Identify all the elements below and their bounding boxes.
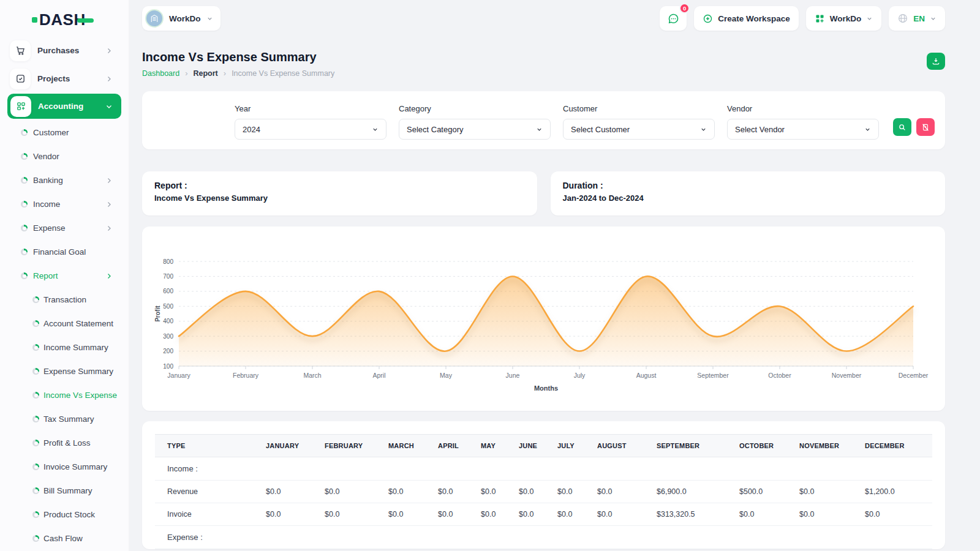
sidebar-item-income-summary[interactable]: Income Summary [0,335,129,359]
select-category[interactable]: Select Category [399,119,551,140]
duration-info-title: Duration : [563,181,933,190]
sidebar-item-expense[interactable]: Expense [0,216,129,240]
sidebar-item-label: Invoice Summary [43,462,107,471]
workspace-switcher[interactable]: WorkDo [142,6,221,31]
sidebar-item-label: Income [33,200,60,209]
breadcrumb-item[interactable]: Report [194,69,218,78]
breadcrumb-separator: › [224,69,226,78]
sidebar-item-income[interactable]: Income [0,192,129,216]
sidebar-item-tax-summary[interactable]: Tax Summary [0,407,129,431]
amount-cell: $0.0 [507,481,545,503]
sidebar-item-report[interactable]: Report [0,264,129,288]
svg-text:Months: Months [534,384,558,392]
sidebar-item-banking[interactable]: Banking [0,168,129,192]
sidebar-item-label: Accounting [38,102,83,111]
sidebar-item-financial-goal[interactable]: Financial Goal [0,240,129,264]
app-logo[interactable]: DASH [32,10,94,29]
amount-cell: $0.0 [507,503,545,526]
sidebar-item-label: Bill Summary [43,486,92,495]
column-header: APRIL [426,435,469,457]
amount-cell: $0.0 [787,481,853,503]
svg-text:January: January [167,372,190,379]
column-header: NOVEMBER [787,435,853,457]
sidebar-item-label: Projects [37,74,70,83]
breadcrumb-item: Income Vs Expense Summary [232,69,334,78]
bullet-icon [32,440,39,446]
bullet-icon [32,392,39,399]
create-workspace-label: Create Workspace [718,14,790,23]
sidebar-item-account-statement[interactable]: Account Statement [0,312,129,335]
profit-area-chart[interactable]: 100200300400500600700800JanuaryFebruaryM… [152,239,935,399]
breadcrumb-item[interactable]: Dashboard [142,69,179,78]
language-selector[interactable]: EN [889,6,945,31]
svg-text:600: 600 [163,288,173,294]
logo-dash-icon [77,18,94,23]
column-header: JANUARY [254,435,312,457]
messages-button[interactable]: 0 [660,6,687,31]
svg-text:November: November [832,372,862,379]
apply-filter-button[interactable] [893,118,911,136]
amount-cell: $0.0 [469,503,507,526]
filter-label-year: Year [235,104,386,113]
reset-filter-button[interactable] [916,118,935,136]
check-square-icon [10,69,31,89]
bullet-icon [21,129,28,136]
sidebar-item-product-stock[interactable]: Product Stock [0,503,129,527]
bullet-icon [21,225,28,231]
select-year[interactable]: 2024 [235,119,386,140]
sidebar-item-income-vs-expense[interactable]: Income Vs Expense [0,383,129,407]
create-workspace-button[interactable]: Create Workspace [694,6,799,31]
bullet-icon [32,344,39,351]
amount-cell: $0.0 [312,503,376,526]
sidebar-item-projects[interactable]: Projects [7,65,121,92]
select-customer[interactable]: Select Customer [563,119,715,140]
chevron-right-icon [105,75,113,83]
column-header: DECEMBER [853,435,932,457]
sidebar-item-purchases[interactable]: Purchases [7,37,121,64]
download-icon [932,57,940,66]
sidebar-item-label: Purchases [37,46,79,55]
chat-icon [667,12,680,25]
section-row: Income : [155,457,932,481]
clipboard-slash-icon [921,123,930,132]
chevron-down-icon [372,126,379,133]
bullet-icon [21,177,28,184]
sidebar-item-label: Transaction [43,295,86,304]
workspace-avatar [145,9,164,28]
chevron-right-icon [105,47,113,54]
svg-text:400: 400 [163,318,173,324]
column-header: TYPE [155,435,254,457]
sidebar-item-invoice-summary[interactable]: Invoice Summary [0,455,129,479]
amount-cell: $6,900.0 [644,481,727,503]
bullet-icon [32,535,39,542]
chevron-down-icon [105,103,113,110]
section-row: Expense : [155,526,932,549]
amount-cell: $0.0 [585,481,644,503]
sidebar-item-customer[interactable]: Customer [0,121,129,144]
sidebar-item-label: Vendor [33,152,59,161]
amount-cell: $0.0 [469,481,507,503]
amount-cell: $0.0 [426,503,469,526]
income-expense-table: TYPEJANUARYFEBRUARYMARCHAPRILMAYJUNEJULY… [155,434,932,549]
amount-cell: $500.0 [727,481,787,503]
svg-text:June: June [506,372,520,379]
bullet-icon [21,272,28,279]
sidebar-item-expense-summary[interactable]: Expense Summary [0,359,129,383]
sidebar-item-label: Banking [33,176,63,185]
sidebar-item-bill-summary[interactable]: Bill Summary [0,479,129,503]
amount-cell: $0.0 [727,503,787,526]
sidebar-item-cash-flow[interactable]: Cash Flow [0,527,129,550]
report-info-title: Report : [154,181,525,190]
sidebar-item-vendor[interactable]: Vendor [0,144,129,168]
sidebar-item-transaction[interactable]: Transaction [0,288,129,312]
sidebar-item-profit-loss[interactable]: Profit & Loss [0,431,129,455]
download-button[interactable] [927,53,945,70]
bullet-icon [32,487,39,494]
chevron-right-icon [105,177,113,184]
table-row: Revenue$0.0$0.0$0.0$0.0$0.0$0.0$0.0$0.0$… [155,481,932,503]
select-vendor[interactable]: Select Vendor [727,119,879,140]
svg-text:700: 700 [163,273,173,280]
workdo-menu-button[interactable]: WorkDo [806,6,882,31]
chevron-down-icon [206,15,213,22]
sidebar-item-accounting[interactable]: Accounting [7,94,121,119]
